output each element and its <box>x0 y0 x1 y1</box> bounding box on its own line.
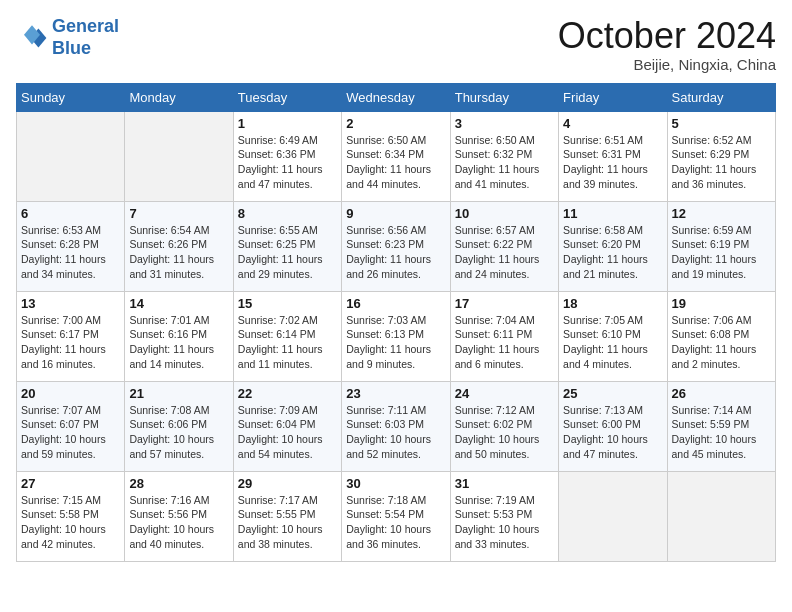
location: Beijie, Ningxia, China <box>558 56 776 73</box>
day-number: 2 <box>346 116 445 131</box>
title-block: October 2024 Beijie, Ningxia, China <box>558 16 776 73</box>
calendar-week-row: 20Sunrise: 7:07 AM Sunset: 6:07 PM Dayli… <box>17 381 776 471</box>
day-info: Sunrise: 7:11 AM Sunset: 6:03 PM Dayligh… <box>346 403 445 462</box>
calendar-cell: 5Sunrise: 6:52 AM Sunset: 6:29 PM Daylig… <box>667 111 775 201</box>
day-number: 15 <box>238 296 337 311</box>
calendar-cell: 13Sunrise: 7:00 AM Sunset: 6:17 PM Dayli… <box>17 291 125 381</box>
calendar-cell: 8Sunrise: 6:55 AM Sunset: 6:25 PM Daylig… <box>233 201 341 291</box>
calendar-header: SundayMondayTuesdayWednesdayThursdayFrid… <box>17 83 776 111</box>
day-number: 26 <box>672 386 771 401</box>
day-number: 1 <box>238 116 337 131</box>
day-number: 13 <box>21 296 120 311</box>
calendar-cell: 30Sunrise: 7:18 AM Sunset: 5:54 PM Dayli… <box>342 471 450 561</box>
calendar-cell: 22Sunrise: 7:09 AM Sunset: 6:04 PM Dayli… <box>233 381 341 471</box>
weekday-header: Tuesday <box>233 83 341 111</box>
calendar-cell: 10Sunrise: 6:57 AM Sunset: 6:22 PM Dayli… <box>450 201 558 291</box>
logo-line1: General <box>52 16 119 36</box>
calendar-table: SundayMondayTuesdayWednesdayThursdayFrid… <box>16 83 776 562</box>
day-info: Sunrise: 6:58 AM Sunset: 6:20 PM Dayligh… <box>563 223 662 282</box>
day-info: Sunrise: 7:00 AM Sunset: 6:17 PM Dayligh… <box>21 313 120 372</box>
calendar-cell: 1Sunrise: 6:49 AM Sunset: 6:36 PM Daylig… <box>233 111 341 201</box>
day-info: Sunrise: 6:51 AM Sunset: 6:31 PM Dayligh… <box>563 133 662 192</box>
day-info: Sunrise: 6:52 AM Sunset: 6:29 PM Dayligh… <box>672 133 771 192</box>
calendar-cell: 4Sunrise: 6:51 AM Sunset: 6:31 PM Daylig… <box>559 111 667 201</box>
day-number: 4 <box>563 116 662 131</box>
day-number: 16 <box>346 296 445 311</box>
weekday-header: Saturday <box>667 83 775 111</box>
calendar-cell: 29Sunrise: 7:17 AM Sunset: 5:55 PM Dayli… <box>233 471 341 561</box>
day-number: 12 <box>672 206 771 221</box>
day-number: 29 <box>238 476 337 491</box>
calendar-cell <box>125 111 233 201</box>
day-info: Sunrise: 7:09 AM Sunset: 6:04 PM Dayligh… <box>238 403 337 462</box>
weekday-header-row: SundayMondayTuesdayWednesdayThursdayFrid… <box>17 83 776 111</box>
day-info: Sunrise: 7:15 AM Sunset: 5:58 PM Dayligh… <box>21 493 120 552</box>
calendar-cell: 31Sunrise: 7:19 AM Sunset: 5:53 PM Dayli… <box>450 471 558 561</box>
day-number: 19 <box>672 296 771 311</box>
day-number: 9 <box>346 206 445 221</box>
weekday-header: Monday <box>125 83 233 111</box>
calendar-cell <box>17 111 125 201</box>
logo-line2: Blue <box>52 38 91 58</box>
calendar-week-row: 13Sunrise: 7:00 AM Sunset: 6:17 PM Dayli… <box>17 291 776 381</box>
day-info: Sunrise: 7:14 AM Sunset: 5:59 PM Dayligh… <box>672 403 771 462</box>
day-number: 11 <box>563 206 662 221</box>
day-number: 8 <box>238 206 337 221</box>
weekday-header: Friday <box>559 83 667 111</box>
calendar-cell: 7Sunrise: 6:54 AM Sunset: 6:26 PM Daylig… <box>125 201 233 291</box>
page-header: General Blue October 2024 Beijie, Ningxi… <box>16 16 776 73</box>
calendar-cell: 17Sunrise: 7:04 AM Sunset: 6:11 PM Dayli… <box>450 291 558 381</box>
day-number: 21 <box>129 386 228 401</box>
calendar-cell: 28Sunrise: 7:16 AM Sunset: 5:56 PM Dayli… <box>125 471 233 561</box>
calendar-cell: 20Sunrise: 7:07 AM Sunset: 6:07 PM Dayli… <box>17 381 125 471</box>
day-info: Sunrise: 6:56 AM Sunset: 6:23 PM Dayligh… <box>346 223 445 282</box>
day-info: Sunrise: 7:01 AM Sunset: 6:16 PM Dayligh… <box>129 313 228 372</box>
day-number: 25 <box>563 386 662 401</box>
day-number: 6 <box>21 206 120 221</box>
day-info: Sunrise: 6:50 AM Sunset: 6:32 PM Dayligh… <box>455 133 554 192</box>
calendar-cell: 16Sunrise: 7:03 AM Sunset: 6:13 PM Dayli… <box>342 291 450 381</box>
day-number: 3 <box>455 116 554 131</box>
day-number: 17 <box>455 296 554 311</box>
day-number: 20 <box>21 386 120 401</box>
day-info: Sunrise: 7:12 AM Sunset: 6:02 PM Dayligh… <box>455 403 554 462</box>
day-number: 31 <box>455 476 554 491</box>
calendar-cell: 23Sunrise: 7:11 AM Sunset: 6:03 PM Dayli… <box>342 381 450 471</box>
day-info: Sunrise: 6:53 AM Sunset: 6:28 PM Dayligh… <box>21 223 120 282</box>
calendar-cell: 18Sunrise: 7:05 AM Sunset: 6:10 PM Dayli… <box>559 291 667 381</box>
logo-icon <box>16 22 48 54</box>
calendar-week-row: 1Sunrise: 6:49 AM Sunset: 6:36 PM Daylig… <box>17 111 776 201</box>
calendar-cell: 12Sunrise: 6:59 AM Sunset: 6:19 PM Dayli… <box>667 201 775 291</box>
calendar-cell: 15Sunrise: 7:02 AM Sunset: 6:14 PM Dayli… <box>233 291 341 381</box>
day-number: 27 <box>21 476 120 491</box>
day-info: Sunrise: 6:49 AM Sunset: 6:36 PM Dayligh… <box>238 133 337 192</box>
day-info: Sunrise: 7:05 AM Sunset: 6:10 PM Dayligh… <box>563 313 662 372</box>
calendar-body: 1Sunrise: 6:49 AM Sunset: 6:36 PM Daylig… <box>17 111 776 561</box>
calendar-cell: 6Sunrise: 6:53 AM Sunset: 6:28 PM Daylig… <box>17 201 125 291</box>
day-info: Sunrise: 6:55 AM Sunset: 6:25 PM Dayligh… <box>238 223 337 282</box>
weekday-header: Wednesday <box>342 83 450 111</box>
day-number: 14 <box>129 296 228 311</box>
calendar-cell: 21Sunrise: 7:08 AM Sunset: 6:06 PM Dayli… <box>125 381 233 471</box>
day-info: Sunrise: 7:13 AM Sunset: 6:00 PM Dayligh… <box>563 403 662 462</box>
day-number: 10 <box>455 206 554 221</box>
calendar-cell: 24Sunrise: 7:12 AM Sunset: 6:02 PM Dayli… <box>450 381 558 471</box>
day-info: Sunrise: 7:03 AM Sunset: 6:13 PM Dayligh… <box>346 313 445 372</box>
day-info: Sunrise: 6:50 AM Sunset: 6:34 PM Dayligh… <box>346 133 445 192</box>
day-info: Sunrise: 7:18 AM Sunset: 5:54 PM Dayligh… <box>346 493 445 552</box>
day-number: 28 <box>129 476 228 491</box>
day-info: Sunrise: 7:07 AM Sunset: 6:07 PM Dayligh… <box>21 403 120 462</box>
day-info: Sunrise: 6:54 AM Sunset: 6:26 PM Dayligh… <box>129 223 228 282</box>
day-info: Sunrise: 7:16 AM Sunset: 5:56 PM Dayligh… <box>129 493 228 552</box>
day-number: 7 <box>129 206 228 221</box>
day-info: Sunrise: 7:02 AM Sunset: 6:14 PM Dayligh… <box>238 313 337 372</box>
logo: General Blue <box>16 16 119 59</box>
day-number: 22 <box>238 386 337 401</box>
day-number: 23 <box>346 386 445 401</box>
calendar-cell: 27Sunrise: 7:15 AM Sunset: 5:58 PM Dayli… <box>17 471 125 561</box>
calendar-week-row: 27Sunrise: 7:15 AM Sunset: 5:58 PM Dayli… <box>17 471 776 561</box>
day-number: 5 <box>672 116 771 131</box>
calendar-cell: 3Sunrise: 6:50 AM Sunset: 6:32 PM Daylig… <box>450 111 558 201</box>
calendar-cell: 9Sunrise: 6:56 AM Sunset: 6:23 PM Daylig… <box>342 201 450 291</box>
calendar-cell <box>667 471 775 561</box>
